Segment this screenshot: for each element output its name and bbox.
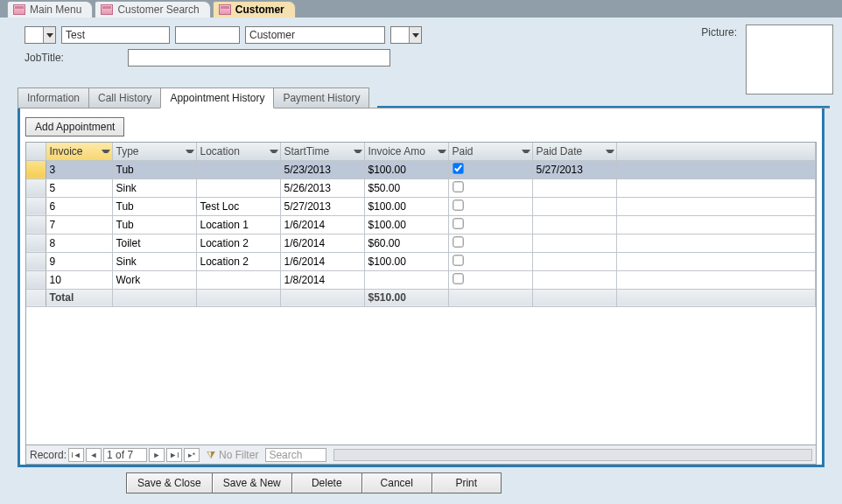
form-tab-customer[interactable]: Customer xyxy=(213,1,296,18)
cell-start[interactable]: 5/26/2013 xyxy=(280,178,364,197)
col-invoice-amount[interactable]: Invoice Amo xyxy=(364,143,448,160)
cell-paid-date[interactable] xyxy=(532,215,616,234)
cell-invoice[interactable]: 9 xyxy=(46,252,112,270)
cell-paid[interactable] xyxy=(448,160,532,178)
search-input[interactable]: Search xyxy=(265,448,326,462)
table-row[interactable]: 6TubTest Loc5/27/2013$100.00 xyxy=(26,197,816,215)
print-button[interactable]: Print xyxy=(432,472,502,494)
row-selector[interactable] xyxy=(26,234,46,252)
paid-checkbox[interactable] xyxy=(453,181,463,192)
paid-checkbox[interactable] xyxy=(453,236,463,247)
col-invoice[interactable]: Invoice xyxy=(46,143,112,160)
cell-paid[interactable] xyxy=(448,197,532,215)
cell-paid-date[interactable] xyxy=(532,252,616,270)
cell-type[interactable]: Tub xyxy=(112,215,196,234)
cell-invoice[interactable]: 8 xyxy=(46,234,112,252)
col-paid[interactable]: Paid xyxy=(448,143,532,160)
cell-amount[interactable]: $100.00 xyxy=(364,160,448,178)
add-appointment-button[interactable]: Add Appointment xyxy=(25,117,124,136)
cell-start[interactable]: 1/8/2014 xyxy=(280,270,364,289)
save-and-new-button[interactable]: Save & New xyxy=(212,472,291,494)
cell-type[interactable]: Toilet xyxy=(112,234,196,252)
cell-amount[interactable]: $100.00 xyxy=(364,215,448,234)
row-selector[interactable] xyxy=(26,270,46,289)
paid-checkbox[interactable] xyxy=(453,255,463,265)
cell-paid[interactable] xyxy=(448,270,532,289)
cell-paid-date[interactable] xyxy=(532,178,616,197)
col-starttime[interactable]: StartTime xyxy=(280,143,364,160)
cell-start[interactable]: 5/23/2013 xyxy=(280,160,364,178)
cell-paid-date[interactable] xyxy=(532,234,616,252)
delete-button[interactable]: Delete xyxy=(291,472,361,494)
row-selector[interactable] xyxy=(26,197,46,215)
cell-amount[interactable]: $100.00 xyxy=(364,252,448,270)
row-selector[interactable] xyxy=(26,215,46,234)
middle-name-field[interactable] xyxy=(175,26,240,44)
col-type[interactable]: Type xyxy=(112,143,196,160)
save-and-close-button[interactable]: Save & Close xyxy=(126,472,212,494)
cell-invoice[interactable]: 3 xyxy=(46,160,112,178)
tab-appointment-history[interactable]: Appointment History xyxy=(160,88,274,108)
table-row[interactable]: 5Sink5/26/2013$50.00 xyxy=(26,178,816,197)
cell-type[interactable]: Tub xyxy=(112,160,196,178)
picture-box[interactable] xyxy=(746,24,833,94)
table-row[interactable]: 10Work1/8/2014 xyxy=(26,270,816,289)
nav-new-button[interactable]: ▸* xyxy=(184,448,200,462)
cell-location[interactable] xyxy=(196,270,280,289)
cell-amount[interactable]: $100.00 xyxy=(364,197,448,215)
table-row[interactable]: 9SinkLocation 21/6/2014$100.00 xyxy=(26,252,816,270)
cell-type[interactable]: Sink xyxy=(112,178,196,197)
cell-type[interactable]: Work xyxy=(112,270,196,289)
form-tab-main-menu[interactable]: Main Menu xyxy=(7,1,93,18)
cell-location[interactable] xyxy=(196,160,280,178)
paid-checkbox[interactable] xyxy=(453,200,463,210)
row-selector[interactable] xyxy=(26,252,46,270)
nav-first-button[interactable]: I◄ xyxy=(68,448,84,462)
cell-location[interactable]: Location 2 xyxy=(196,234,280,252)
record-counter[interactable]: 1 of 7 xyxy=(103,448,147,462)
row-selector[interactable] xyxy=(26,178,46,197)
cell-location[interactable]: Location 2 xyxy=(196,252,280,270)
last-name-field[interactable]: Customer xyxy=(245,26,385,44)
first-name-field[interactable]: Test xyxy=(61,26,170,44)
table-row[interactable]: 7TubLocation 11/6/2014$100.00 xyxy=(26,215,816,234)
cell-start[interactable]: 1/6/2014 xyxy=(280,234,364,252)
suffix-combo[interactable] xyxy=(390,26,422,44)
cell-location[interactable] xyxy=(196,178,280,197)
table-row[interactable]: 3Tub5/23/2013$100.005/27/2013 xyxy=(26,160,816,178)
col-location[interactable]: Location xyxy=(196,143,280,160)
tab-call-history[interactable]: Call History xyxy=(88,88,161,108)
tab-payment-history[interactable]: Payment History xyxy=(273,88,369,108)
horizontal-scrollbar[interactable] xyxy=(333,449,812,461)
cell-start[interactable]: 5/27/2013 xyxy=(280,197,364,215)
cell-type[interactable]: Tub xyxy=(112,197,196,215)
row-selector[interactable] xyxy=(26,160,46,178)
cell-invoice[interactable]: 10 xyxy=(46,270,112,289)
nav-next-button[interactable]: ► xyxy=(149,448,165,462)
cell-start[interactable]: 1/6/2014 xyxy=(280,215,364,234)
title-combo[interactable] xyxy=(25,26,56,44)
cell-paid-date[interactable] xyxy=(532,270,616,289)
cell-location[interactable]: Location 1 xyxy=(196,215,280,234)
cell-amount[interactable]: $50.00 xyxy=(364,178,448,197)
select-all-cell[interactable] xyxy=(26,143,46,160)
form-tab-customer-search[interactable]: Customer Search xyxy=(95,1,210,18)
nav-prev-button[interactable]: ◄ xyxy=(86,448,102,462)
cell-type[interactable]: Sink xyxy=(112,252,196,270)
nav-last-button[interactable]: ►I xyxy=(166,448,182,462)
table-row[interactable]: 8ToiletLocation 21/6/2014$60.00 xyxy=(26,234,816,252)
cell-paid[interactable] xyxy=(448,252,532,270)
cell-invoice[interactable]: 5 xyxy=(46,178,112,197)
cell-amount[interactable] xyxy=(364,270,448,289)
cell-invoice[interactable]: 6 xyxy=(46,197,112,215)
cancel-button[interactable]: Cancel xyxy=(361,472,432,494)
cell-paid-date[interactable]: 5/27/2013 xyxy=(532,160,616,178)
cell-paid-date[interactable] xyxy=(532,197,616,215)
cell-start[interactable]: 1/6/2014 xyxy=(280,252,364,270)
cell-amount[interactable]: $60.00 xyxy=(364,234,448,252)
cell-location[interactable]: Test Loc xyxy=(196,197,280,215)
cell-paid[interactable] xyxy=(448,178,532,197)
cell-invoice[interactable]: 7 xyxy=(46,215,112,234)
cell-paid[interactable] xyxy=(448,215,532,234)
paid-checkbox[interactable] xyxy=(453,218,463,228)
